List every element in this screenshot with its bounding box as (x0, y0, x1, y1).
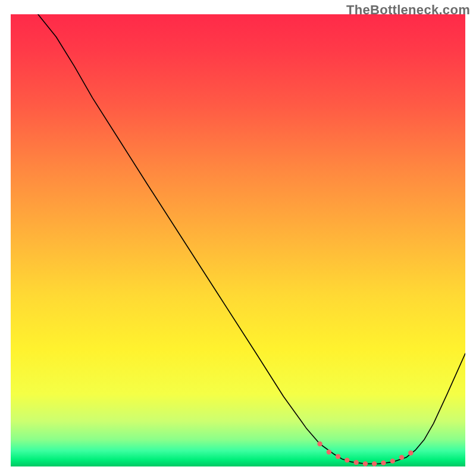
highlight-dot (317, 441, 322, 446)
chart-container: TheBottleneck.com (0, 0, 476, 476)
highlight-dot (372, 461, 377, 466)
highlight-dot (336, 454, 340, 459)
highlight-dot (353, 460, 358, 465)
highlight-dot (363, 461, 368, 466)
watermark-label: TheBottleneck.com (346, 2, 470, 18)
highlight-dot (381, 461, 386, 465)
highlight-dot (399, 455, 404, 460)
plot-area (11, 14, 465, 466)
highlight-dot (345, 458, 349, 462)
chart-svg (11, 14, 465, 466)
highlight-dot (327, 449, 331, 454)
chart-background (11, 14, 465, 466)
highlight-dot (390, 459, 395, 464)
highlight-dot (408, 450, 413, 455)
